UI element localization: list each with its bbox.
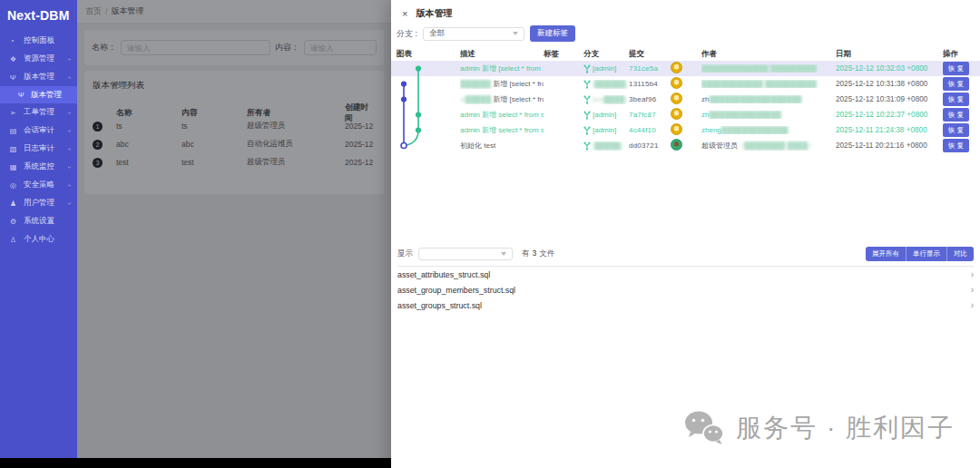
commit-table-header: 图表 描述 标签 分支 提交 作者 日期 操作 xyxy=(391,47,980,61)
commit-description: admin 新增 select * from sys_... xyxy=(460,125,544,135)
file-filter-select[interactable] xyxy=(418,248,513,260)
col-branch: 分支 xyxy=(583,49,629,60)
sidebar-item-label: 安全策略 xyxy=(24,180,54,190)
commit-description: ██████ 新增 [select * from sys... xyxy=(460,79,544,89)
col-commit: 提交 xyxy=(629,49,671,60)
commit-row[interactable]: admin 新增 select * from sys_... [admin] 4… xyxy=(391,122,980,138)
user-icon: ♟ xyxy=(10,200,20,208)
chevron-down-icon: › xyxy=(65,184,74,187)
commit-author: █████████████ █████████ xyxy=(701,64,836,73)
ticket-icon: ➢ xyxy=(10,109,20,117)
close-icon[interactable]: × xyxy=(402,9,407,19)
drawer-header: × 版本管理 xyxy=(391,0,980,22)
sidebar-item-security[interactable]: ◎ 安全策略 › xyxy=(0,176,77,194)
sidebar-item-versions[interactable]: Ψ 版本管理 › xyxy=(0,68,77,86)
dashboard-icon: ◔ xyxy=(10,37,20,45)
unified-view-button[interactable]: 单行显示 xyxy=(906,247,946,261)
branch-icon xyxy=(583,64,591,73)
sidebar-item-resources[interactable]: ❖ 资源管理 › xyxy=(0,50,77,68)
commit-row[interactable]: admin 新增 select * from sys_... [admin] 7… xyxy=(391,107,980,122)
branch-select-label: 分支 : xyxy=(397,28,417,40)
col-date: 日期 xyxy=(836,49,943,60)
restore-button[interactable]: 恢 复 xyxy=(943,123,969,137)
branch-icon xyxy=(583,126,591,135)
chevron-down-icon: › xyxy=(65,130,74,132)
chevron-down-icon: › xyxy=(65,148,74,151)
chevron-down-icon: › xyxy=(65,112,74,114)
compare-button[interactable]: 对比 xyxy=(946,247,974,261)
commit-date: 2025-12-12 10:31:38 +0800 xyxy=(836,80,943,88)
sidebar-subitem-label: 版本管理 xyxy=(31,90,62,101)
drawer-overlay-mask[interactable] xyxy=(77,0,391,458)
restore-button[interactable]: 恢 复 xyxy=(943,93,969,106)
new-tag-button[interactable]: 新建标签 xyxy=(530,25,575,42)
gear-icon: ⚙ xyxy=(10,218,20,226)
commit-description: admin 新增 select * from sys_... xyxy=(460,110,544,120)
session-audit-icon: ▤ xyxy=(10,127,20,135)
branch-icon xyxy=(583,141,591,151)
commit-branch: [admin] xyxy=(583,64,629,73)
bottom-black-strip xyxy=(0,458,391,468)
chevron-down-icon: › xyxy=(65,58,74,61)
commit-branch: [██████] xyxy=(583,80,629,89)
sidebar-item-dashboard[interactable]: ◔ 控制面板 xyxy=(0,32,77,50)
avatar xyxy=(671,77,682,89)
file-row[interactable]: asset_group_members_struct.sql › xyxy=(397,282,974,297)
file-row[interactable]: asset_attributes_struct.sql › xyxy=(397,267,974,282)
restore-button[interactable]: 恢 复 xyxy=(943,62,969,75)
commit-row[interactable]: admin 新增 [select * from sys... [admin] 7… xyxy=(391,61,980,76)
restore-button[interactable]: 恢 复 xyxy=(943,139,969,152)
sidebar-nav: ◔ 控制面板 ❖ 资源管理 › Ψ 版本管理 › Ψ 版本管理 ➢ 工单管理 › xyxy=(0,32,77,249)
avatar xyxy=(671,93,682,104)
file-name: asset_groups_struct.sql xyxy=(397,301,482,310)
files-toolbar: 显示 有3文件 展开所有 单行显示 对比 xyxy=(397,247,974,267)
sidebar-item-users[interactable]: ♟ 用户管理 › xyxy=(0,194,77,212)
sidebar-subitem-versions-active[interactable]: Ψ 版本管理 xyxy=(0,86,77,103)
sidebar-item-monitor[interactable]: ▦ 系统监控 › xyxy=(0,158,77,176)
sidebar-item-log-audit[interactable]: ▧ 日志审计 › xyxy=(0,140,77,158)
file-row[interactable]: asset_groups_struct.sql › xyxy=(397,297,974,313)
commit-hash: 3beaf96 xyxy=(629,95,671,103)
diff-actions: 展开所有 单行显示 对比 xyxy=(866,247,974,261)
profile-icon: ♙ xyxy=(10,236,20,244)
chevron-right-icon: › xyxy=(971,285,974,295)
commit-description: 初始化 test xyxy=(460,141,544,151)
file-name: asset_group_members_struct.sql xyxy=(397,286,515,295)
commit-branch: [█████] xyxy=(583,141,629,151)
commit-date: 2025-12-11 21:24:38 +0800 xyxy=(836,126,943,134)
chevron-down-icon xyxy=(513,32,518,35)
commit-author: ████████████ ██████████ xyxy=(701,80,836,88)
sidebar-item-settings[interactable]: ⚙ 系统设置 xyxy=(0,212,77,230)
restore-button[interactable]: 恢 复 xyxy=(943,108,969,122)
sidebar-item-label: 工单管理 xyxy=(24,107,54,118)
chevron-up-icon: › xyxy=(65,76,74,79)
commit-hash: 4c44f10 xyxy=(629,126,671,134)
commit-author: zh██████████████████ xyxy=(701,95,836,103)
commit-description: w█████ 新增 [select * from sys... xyxy=(460,94,544,104)
restore-button[interactable]: 恢 复 xyxy=(943,77,969,91)
sidebar-item-label: 控制面板 xyxy=(24,35,54,46)
sidebar-item-session-audit[interactable]: ▤ 会话审计 › xyxy=(0,122,77,140)
col-graph: 图表 xyxy=(391,49,460,60)
commit-row[interactable]: ██████ 新增 [select * from sys... [██████]… xyxy=(391,76,980,92)
sidebar-item-label: 用户管理 xyxy=(24,198,54,209)
commit-author: 超级管理员 <████████ ████> xyxy=(701,141,836,151)
sidebar-item-tickets[interactable]: ➢ 工单管理 › xyxy=(0,103,77,122)
commit-branch: [admin] xyxy=(583,126,629,135)
sidebar-item-profile[interactable]: ♙ 个人中心 xyxy=(0,230,77,249)
commit-branch: [wa████] xyxy=(583,95,629,104)
avatar xyxy=(671,62,682,73)
branch-select[interactable]: 全部 xyxy=(423,27,524,41)
col-description: 描述 xyxy=(460,49,544,60)
commit-date: 2025-12-11 20:21:16 +0800 xyxy=(836,141,943,150)
sidebar: Next-DBM ◔ 控制面板 ❖ 资源管理 › Ψ 版本管理 › Ψ 版本管理… xyxy=(0,0,77,458)
drawer-title: 版本管理 xyxy=(416,7,452,20)
expand-all-button[interactable]: 展开所有 xyxy=(866,247,906,261)
sidebar-item-label: 会话审计 xyxy=(24,125,54,136)
avatar xyxy=(671,108,682,120)
commit-row[interactable]: w█████ 新增 [select * from sys... [wa████]… xyxy=(391,92,980,107)
commit-row[interactable]: 初始化 test [█████] dd03721 超级管理员 <████████… xyxy=(391,138,980,153)
version-icon: Ψ xyxy=(18,91,27,99)
commit-date: 2025-12-12 10:22:37 +0800 xyxy=(836,111,943,119)
commit-date: 2025-12-12 10:32:03 +0800 xyxy=(836,64,943,73)
